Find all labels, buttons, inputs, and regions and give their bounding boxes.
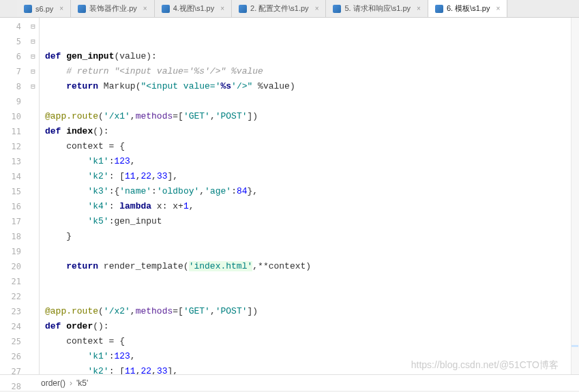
line-number: 20 bbox=[0, 259, 21, 274]
line-number: 23 bbox=[0, 304, 21, 319]
tab-file[interactable]: 4.视图\s1.py× bbox=[155, 0, 232, 17]
code-line[interactable]: def index(): bbox=[40, 124, 579, 139]
tab-file[interactable]: 2. 配置文件\s1.py× bbox=[232, 0, 326, 17]
code-line[interactable]: @app.route('/x2',methods=['GET','POST']) bbox=[40, 304, 579, 319]
line-number: 5 bbox=[0, 34, 21, 49]
code-line[interactable]: def gen_input(value): bbox=[40, 49, 579, 64]
fold-toggle-icon[interactable]: ⊟ bbox=[27, 64, 39, 79]
line-number: 19 bbox=[0, 244, 21, 259]
line-numbers-gutter: 4567891011121314151617181920212223242526… bbox=[0, 18, 27, 374]
line-number: 7 bbox=[0, 64, 21, 79]
line-number: 6 bbox=[0, 49, 21, 64]
editor-tabs: s6.py×装饰器作业.py×4.视图\s1.py×2. 配置文件\s1.py×… bbox=[0, 0, 579, 18]
tab-label: 4.视图\s1.py bbox=[173, 3, 215, 14]
tab-file[interactable]: 6. 模板\s1.py× bbox=[428, 0, 507, 17]
line-number: 15 bbox=[0, 184, 21, 199]
fold-toggle-icon[interactable]: ⊟ bbox=[27, 79, 39, 94]
close-icon[interactable]: × bbox=[59, 5, 63, 12]
code-line[interactable]: 'k5':gen_input bbox=[40, 214, 579, 229]
code-line[interactable] bbox=[40, 94, 579, 109]
python-file-icon bbox=[24, 5, 32, 13]
python-file-icon bbox=[239, 5, 247, 13]
fold-toggle-icon[interactable]: ⊟ bbox=[27, 34, 39, 49]
python-file-icon bbox=[78, 5, 86, 13]
line-number: 16 bbox=[0, 199, 21, 214]
code-editor: 4567891011121314151617181920212223242526… bbox=[0, 18, 579, 374]
tab-label: 装饰器作业.py bbox=[89, 3, 137, 14]
line-number: 17 bbox=[0, 214, 21, 229]
scrollbar-marker[interactable] bbox=[571, 18, 579, 374]
line-number: 28 bbox=[0, 379, 21, 392]
line-number: 11 bbox=[0, 124, 21, 139]
tab-label: s6.py bbox=[35, 5, 53, 13]
fold-gutter: ⊟⊟⊟⊟⊟ bbox=[27, 18, 40, 374]
breadcrumb-item[interactable]: order() bbox=[41, 378, 65, 388]
code-line[interactable]: 'k1':123, bbox=[40, 154, 579, 169]
line-number: 10 bbox=[0, 109, 21, 124]
python-file-icon bbox=[162, 5, 170, 13]
line-number: 8 bbox=[0, 79, 21, 94]
code-line[interactable]: 'k2': [11,22,33], bbox=[40, 169, 579, 184]
close-icon[interactable]: × bbox=[315, 5, 319, 12]
code-line[interactable]: context = { bbox=[40, 334, 579, 349]
tab-file[interactable]: 装饰器作业.py× bbox=[71, 0, 155, 17]
chevron-right-icon: › bbox=[70, 378, 72, 388]
code-line[interactable]: def order(): bbox=[40, 319, 579, 334]
code-line[interactable]: 'k4': lambda x: x+1, bbox=[40, 199, 579, 214]
line-number: 12 bbox=[0, 139, 21, 154]
close-icon[interactable]: × bbox=[220, 5, 224, 12]
close-icon[interactable]: × bbox=[496, 5, 500, 12]
tab-file[interactable]: 5. 请求和响应\s1.py× bbox=[326, 0, 428, 17]
line-number: 21 bbox=[0, 274, 21, 289]
code-line[interactable] bbox=[40, 289, 579, 304]
line-number: 4 bbox=[0, 19, 21, 34]
code-line[interactable] bbox=[40, 244, 579, 259]
python-file-icon bbox=[333, 5, 341, 13]
close-icon[interactable]: × bbox=[143, 5, 147, 12]
breadcrumb-item[interactable]: 'k5' bbox=[76, 378, 88, 388]
line-number: 9 bbox=[0, 94, 21, 109]
code-line[interactable]: 'k3':{'name':'oldboy','age':84}, bbox=[40, 184, 579, 199]
tab-label: 6. 模板\s1.py bbox=[447, 3, 490, 14]
line-number: 25 bbox=[0, 334, 21, 349]
tab-label: 2. 配置文件\s1.py bbox=[250, 3, 309, 14]
fold-toggle-icon[interactable]: ⊟ bbox=[27, 19, 39, 34]
code-line[interactable]: } bbox=[40, 229, 579, 244]
breadcrumb-bar: order() › 'k5' bbox=[0, 374, 579, 391]
code-line[interactable]: # return "<input value='%s'/>" %value bbox=[40, 64, 579, 79]
line-number: 14 bbox=[0, 169, 21, 184]
tab-file[interactable]: s6.py× bbox=[17, 0, 71, 17]
line-number: 24 bbox=[0, 319, 21, 334]
line-number: 13 bbox=[0, 154, 21, 169]
scroll-highlight-marker bbox=[571, 345, 578, 347]
code-line[interactable]: 'k1':123, bbox=[40, 349, 579, 364]
code-line[interactable]: return Markup("<input value='%s'/>" %val… bbox=[40, 79, 579, 94]
line-number: 27 bbox=[0, 364, 21, 379]
line-number: 22 bbox=[0, 289, 21, 304]
code-line[interactable] bbox=[40, 274, 579, 289]
close-icon[interactable]: × bbox=[417, 5, 421, 12]
line-number: 26 bbox=[0, 349, 21, 364]
python-file-icon bbox=[435, 5, 443, 13]
code-line[interactable]: 'k2': [11,22,33], bbox=[40, 364, 579, 374]
code-line[interactable]: @app.route('/x1',methods=['GET','POST']) bbox=[40, 109, 579, 124]
fold-toggle-icon[interactable]: ⊟ bbox=[27, 49, 39, 64]
code-line[interactable]: return render_template('index.html',**co… bbox=[40, 259, 579, 274]
code-line[interactable]: context = { bbox=[40, 139, 579, 154]
code-area[interactable]: def gen_input(value): # return "<input v… bbox=[40, 18, 579, 374]
line-number: 18 bbox=[0, 229, 21, 244]
tab-label: 5. 请求和响应\s1.py bbox=[344, 3, 411, 14]
